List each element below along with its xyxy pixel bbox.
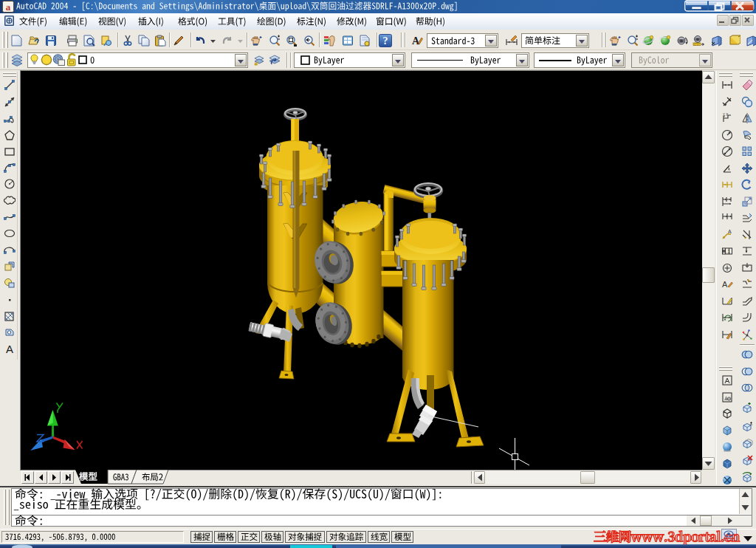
svg-text:A: A xyxy=(6,343,13,355)
svg-text:?: ? xyxy=(383,35,388,47)
svg-text:a: a xyxy=(6,1,11,13)
svg-text:Y X: Y X xyxy=(723,113,728,117)
svg-text:.1: .1 xyxy=(726,249,731,254)
svg-text:A: A xyxy=(412,35,420,47)
svg-text:A: A xyxy=(728,229,732,234)
svg-text:A: A xyxy=(722,280,728,289)
